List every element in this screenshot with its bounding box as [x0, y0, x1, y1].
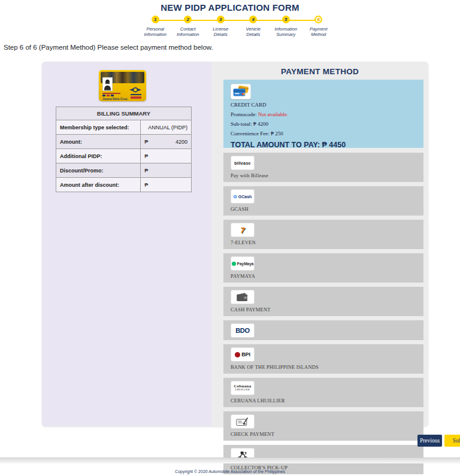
step-circle: 3 — [217, 16, 225, 23]
paymaya-logo-box: PayMaya — [231, 256, 255, 271]
payment-option-label: GCASH — [231, 206, 416, 212]
billing-row: Discount/Promo:₱ — [56, 163, 192, 178]
billing-row-value: ₱ — [141, 163, 192, 178]
billing-summary-title: BILLING SUMMARY — [56, 107, 192, 120]
billing-row: Amount:₱4200 — [56, 135, 192, 149]
billing-summary-table: BILLING SUMMARY Membership type selected… — [56, 107, 192, 192]
subtotal-line: Sub-total: ₱ 4200 — [231, 121, 416, 127]
paymaya-logo — [232, 262, 236, 266]
check-logo-box — [231, 414, 255, 429]
page-title: NEW PIDP APPLICATION FORM — [0, 2, 460, 13]
step-label: InformationSummary — [274, 26, 297, 37]
payment-option-label: 7-ELEVEN — [231, 239, 416, 245]
billing-panel: Juana Dela Cruz BILLING SUMMARY Membersh… — [42, 62, 211, 426]
payment-option-paymaya[interactable]: PayMayaPAYMAYA — [223, 253, 423, 283]
billing-row-label: Additional PIDP: — [56, 149, 141, 163]
currency-symbol: ₱ — [144, 153, 148, 159]
selected-option-label: CREDIT CARD — [231, 102, 416, 108]
currency-symbol: ₱ — [144, 182, 148, 188]
amount-value: ANNUAL (PIDP) — [148, 125, 187, 131]
total-amount-line: TOTAL AMOUNT TO PAY: ₱ 4450 — [231, 141, 416, 149]
stepper-step-license: 3LicenseDetails — [204, 16, 237, 37]
payment-panel: PAYMENT METHOD CREDIT CARD Promocode: No… — [211, 62, 428, 426]
submit-button[interactable]: Submit — [444, 435, 460, 447]
billease-logo-box: billease — [231, 156, 255, 170]
stepper-step-contact: 2ContactInformation — [172, 16, 205, 37]
step-circle: 5 — [282, 16, 290, 23]
payment-option-label: PAYMAYA — [231, 273, 416, 279]
billing-row-label: Membership type selected: — [56, 120, 141, 135]
step-label: LicenseDetails — [213, 26, 228, 37]
step-label: ContactInformation — [177, 26, 199, 37]
payment-option-seven-eleven[interactable]: 77-ELEVEN — [223, 220, 423, 249]
card-mini-logos — [102, 95, 114, 96]
card-powered-by-line — [131, 94, 141, 95]
promocode-label: Promocode: — [231, 111, 257, 117]
gcash-logo: G — [234, 194, 237, 199]
payment-option-label: Pay with Billease — [231, 172, 416, 178]
step-circle: 6 — [314, 16, 322, 23]
stepper-step-personal: 1PersonalInformation — [139, 16, 172, 37]
credit-card-icon — [231, 84, 251, 99]
cash-logo-box — [231, 290, 255, 304]
seven-eleven-logo: 7 — [240, 226, 244, 234]
payment-option-label: BANK OF THE PHILIPPINE ISLANDS — [231, 364, 416, 370]
check-document-icon — [235, 417, 250, 427]
pidp-card-image: Juana Dela Cruz — [99, 70, 146, 101]
currency-symbol: ₱ — [144, 139, 148, 145]
previous-button[interactable]: Previous — [417, 435, 442, 447]
person-silhouette-icon — [103, 78, 112, 90]
promocode-value: Not available. — [258, 111, 288, 117]
progress-stepper: 1PersonalInformation2ContactInformation3… — [139, 16, 335, 41]
payment-option-check[interactable]: CHECK PAYMENT — [223, 411, 423, 441]
amount-value: 4200 — [175, 139, 187, 145]
footer-divider — [0, 457, 460, 463]
payment-option-credit-card[interactable]: CREDIT CARD Promocode: Not available. Su… — [223, 80, 423, 148]
bdo-logo-box: BDO — [231, 323, 255, 338]
card-holder-photo — [102, 77, 113, 91]
card-partner-logo — [131, 96, 141, 99]
payment-option-label: CEBUANA LHUILLIER — [231, 398, 416, 404]
step-label: PersonalInformation — [144, 26, 167, 37]
billing-row-value: ₱4200 — [141, 135, 192, 149]
billing-row-value: ANNUAL (PIDP) — [141, 120, 192, 135]
main-panel: Juana Dela Cruz BILLING SUMMARY Membersh… — [42, 62, 428, 426]
card-holder-name: Juana Dela Cruz — [102, 97, 128, 101]
payment-option-label: CASH PAYMENT — [231, 307, 416, 313]
payment-option-gcash[interactable]: GGCashGCASH — [223, 186, 423, 216]
billing-row: Amount after discount:₱ — [56, 178, 192, 192]
bdo-logo: BDO — [235, 327, 250, 334]
payment-option-cebuana[interactable]: CebuanaLHUILLIERCEBUANA LHUILLIER — [223, 378, 423, 407]
payment-option-bdo[interactable]: BDO — [223, 320, 423, 340]
bpi-logo-box: BPI — [231, 347, 255, 362]
stepper-step-payment: 6PaymentMethod — [302, 16, 335, 37]
cebuana-logo: CebuanaLHUILLIER — [234, 384, 252, 392]
seven-eleven-logo-box: 7 — [231, 223, 255, 237]
card-number-line — [102, 93, 120, 94]
payment-options-list: billeasePay with BilleaseGGCashGCASH77-E… — [223, 153, 423, 476]
wallet-icon — [236, 292, 249, 302]
step-label: VehicleDetails — [246, 26, 261, 37]
payment-option-cash[interactable]: CASH PAYMENT — [223, 287, 423, 316]
bpi-logo — [235, 352, 240, 357]
convenience-fee-line: Convenience Fee: ₱ 250 — [231, 131, 416, 137]
billease-logo: billease — [234, 161, 250, 165]
payment-option-label: CHECK PAYMENT — [231, 431, 416, 437]
promocode-line: Promocode: Not available. — [231, 111, 416, 117]
payment-method-title: PAYMENT METHOD — [211, 67, 428, 76]
stepper-step-information: 5InformationSummary — [270, 16, 302, 37]
billing-row-label: Amount: — [56, 135, 141, 149]
payment-option-billease[interactable]: billeasePay with Billease — [223, 153, 423, 182]
step-circle: 4 — [249, 16, 257, 23]
currency-symbol: ₱ — [144, 168, 148, 174]
payment-option-bpi[interactable]: BPIBANK OF THE PHILIPPINE ISLANDS — [223, 344, 423, 374]
gcash-logo-box: GGCash — [231, 189, 255, 204]
billing-row: Membership type selected:ANNUAL (PIDP) — [56, 120, 192, 135]
step-instruction: Step 6 of 6 (Payment Method) Please sele… — [4, 44, 213, 51]
billing-row-value: ₱ — [141, 149, 192, 163]
copyright-text: Copyright © 2020 Automobile Association … — [0, 469, 460, 474]
step-label: PaymentMethod — [310, 26, 328, 37]
step-circle: 1 — [152, 16, 159, 23]
step-circle: 2 — [184, 16, 192, 23]
billing-row-value: ₱ — [141, 178, 192, 192]
